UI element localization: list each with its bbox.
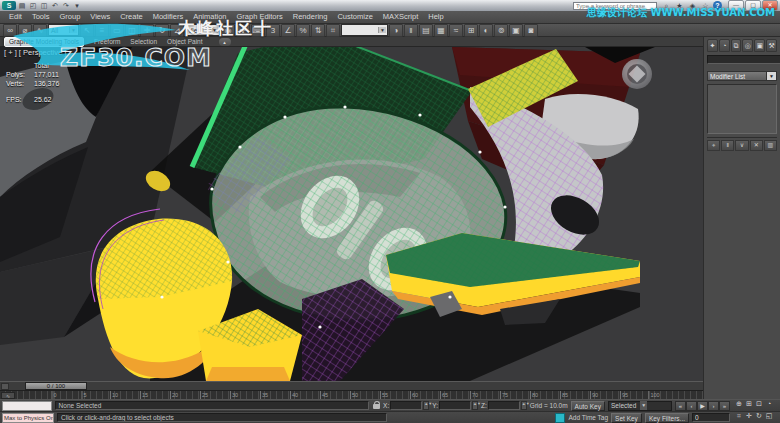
- next-frame-icon[interactable]: ›: [708, 401, 719, 411]
- create-tab-icon[interactable]: ✦: [707, 39, 718, 52]
- workspace-dropdown-icon[interactable]: ▾: [72, 1, 82, 10]
- orbit-icon[interactable]: ↻: [754, 411, 764, 421]
- render-production-icon[interactable]: ◙: [524, 24, 538, 37]
- time-slider-track[interactable]: 0 / 100: [0, 381, 703, 390]
- reference-coordinate-dropdown[interactable]: View▼: [185, 24, 220, 36]
- search-icon[interactable]: ⌕: [661, 1, 672, 10]
- snaps-toggle-icon[interactable]: 3: [266, 24, 280, 37]
- coord-input[interactable]: [390, 401, 422, 410]
- select-by-name-icon[interactable]: ≡: [95, 24, 109, 37]
- communication-center-icon[interactable]: ◈: [687, 1, 698, 10]
- help-icon[interactable]: ?: [713, 1, 722, 10]
- redo-icon[interactable]: ↷: [61, 1, 71, 10]
- ribbon-tab-freeform[interactable]: Freeform: [94, 38, 120, 45]
- selection-filter-dropdown[interactable]: All▼: [48, 24, 79, 36]
- minimize-button[interactable]: —: [728, 0, 744, 11]
- go-to-start-icon[interactable]: «: [675, 401, 686, 411]
- remove-modifier-icon[interactable]: ✕: [750, 140, 763, 151]
- previous-frame-icon[interactable]: ‹: [686, 401, 697, 411]
- unlink-selection-icon[interactable]: ⌀: [18, 24, 32, 37]
- object-name-field[interactable]: [707, 55, 780, 64]
- named-selection-sets-dropdown[interactable]: ▼: [341, 24, 388, 36]
- coord-input[interactable]: [488, 401, 520, 410]
- infocenter-search-input[interactable]: [573, 2, 657, 10]
- chevron-down-icon[interactable]: ▼: [640, 401, 647, 410]
- ribbon-tab-graphite-modeling-tools[interactable]: Graphite Modeling Tools: [4, 37, 84, 47]
- show-end-result-icon[interactable]: ‖: [721, 140, 734, 151]
- zoom-all-icon[interactable]: ⊞: [744, 399, 754, 409]
- viewcube-home-icon[interactable]: [622, 59, 652, 89]
- zoom-icon[interactable]: ⊕: [734, 399, 744, 409]
- subscription-center-icon[interactable]: ★: [674, 1, 685, 10]
- favorites-icon[interactable]: ☆: [700, 1, 711, 10]
- chevron-down-icon[interactable]: ▼: [767, 71, 777, 81]
- menu-tools[interactable]: Tools: [27, 11, 55, 23]
- select-and-scale-icon[interactable]: ⊿: [170, 24, 184, 37]
- add-time-tag-button[interactable]: Add Time Tag: [568, 414, 608, 421]
- auto-key-button[interactable]: Auto Key: [571, 401, 605, 411]
- modifier-stack-list[interactable]: [707, 84, 777, 134]
- edit-named-selection-sets-icon[interactable]: ⌗: [326, 24, 340, 37]
- align-icon[interactable]: ‖: [404, 24, 418, 37]
- menu-maxscript[interactable]: MAXScript: [378, 11, 423, 23]
- track-bar[interactable]: ∿ 05101520253035404550556065707580859095…: [0, 390, 703, 399]
- viewport-pov-menu[interactable]: [ Perspective ]: [19, 48, 67, 57]
- menu-graph-editors[interactable]: Graph Editors: [232, 11, 288, 23]
- time-slider-handle[interactable]: 0 / 100: [25, 382, 87, 390]
- chevron-down-icon[interactable]: ▼: [210, 27, 218, 33]
- field-of-view-icon[interactable]: ◔: [764, 399, 774, 409]
- chevron-down-icon[interactable]: ▼: [69, 27, 77, 33]
- key-filters-button[interactable]: Key Filters...: [645, 413, 689, 423]
- mini-curve-editor-button[interactable]: ∿: [1, 392, 15, 399]
- maxscript-mini-listener[interactable]: Max to Physics On: [2, 413, 54, 423]
- menu-create[interactable]: Create: [115, 11, 148, 23]
- hierarchy-tab-icon[interactable]: ⧉: [731, 39, 742, 52]
- selected-dropdown[interactable]: Selected ▼: [608, 401, 672, 411]
- menu-views[interactable]: Views: [85, 11, 115, 23]
- spinner-icon[interactable]: ▲▼: [472, 401, 478, 410]
- spinner-icon[interactable]: ▲▼: [521, 401, 527, 410]
- pan-icon[interactable]: ✛: [744, 411, 754, 421]
- viewport-general-menu[interactable]: [ + ]: [4, 48, 17, 57]
- configure-modifier-sets-icon[interactable]: ▥: [764, 140, 777, 151]
- render-setup-icon[interactable]: ⊚: [494, 24, 508, 37]
- window-crossing-icon[interactable]: ◫: [125, 24, 139, 37]
- curve-editor-icon[interactable]: ≈: [449, 24, 463, 37]
- select-and-move-icon[interactable]: ✛: [140, 24, 154, 37]
- angle-snap-icon[interactable]: ∠: [281, 24, 295, 37]
- go-to-end-icon[interactable]: »: [719, 401, 730, 411]
- maximize-button[interactable]: ▢: [745, 0, 761, 11]
- pin-stack-icon[interactable]: ⌖: [707, 140, 720, 151]
- schematic-view-icon[interactable]: ⊞: [464, 24, 478, 37]
- close-button[interactable]: ✕: [762, 0, 778, 11]
- spinner-icon[interactable]: ▲▼: [423, 401, 429, 410]
- zoom-region-icon[interactable]: ⌗: [734, 411, 744, 421]
- maximize-viewport-icon[interactable]: ◱: [764, 411, 774, 421]
- modify-tab-icon[interactable]: ◔: [719, 39, 730, 52]
- material-editor-icon[interactable]: ◐: [479, 24, 493, 37]
- maxscript-mini-listener-macro[interactable]: [2, 401, 52, 411]
- mirror-icon[interactable]: ◑: [389, 24, 403, 37]
- current-frame-field[interactable]: [692, 413, 730, 422]
- bind-to-space-warp-icon[interactable]: ∿: [33, 24, 47, 37]
- save-file-icon[interactable]: ◫: [39, 1, 49, 10]
- rectangular-selection-region-icon[interactable]: ▭: [110, 24, 124, 37]
- zoom-extents-icon[interactable]: ⊡: [754, 399, 764, 409]
- modifier-list-dropdown[interactable]: Modifier List ▼: [707, 71, 777, 81]
- motion-tab-icon[interactable]: ◎: [742, 39, 753, 52]
- chevron-down-icon[interactable]: ▼: [378, 27, 386, 33]
- ribbon-tab-selection[interactable]: Selection: [130, 38, 157, 45]
- select-object-icon[interactable]: ↖: [80, 24, 94, 37]
- new-scene-icon[interactable]: ▤: [17, 1, 27, 10]
- menu-customize[interactable]: Customize: [332, 11, 377, 23]
- menu-modifiers[interactable]: Modifiers: [148, 11, 188, 23]
- open-file-icon[interactable]: ◰: [28, 1, 38, 10]
- spinner-snap-icon[interactable]: ⇅: [311, 24, 325, 37]
- viewport-label[interactable]: [ + ] [ Perspective ]: [4, 48, 66, 57]
- use-pivot-point-icon[interactable]: ◉: [221, 24, 235, 37]
- display-tab-icon[interactable]: ▣: [754, 39, 765, 52]
- ribbon-minimize-icon[interactable]: ▴: [219, 38, 231, 46]
- menu-rendering[interactable]: Rendering: [288, 11, 333, 23]
- perspective-viewport[interactable]: [ + ] [ Perspective ] Total Polys: 177,0…: [0, 47, 703, 381]
- menu-help[interactable]: Help: [423, 11, 448, 23]
